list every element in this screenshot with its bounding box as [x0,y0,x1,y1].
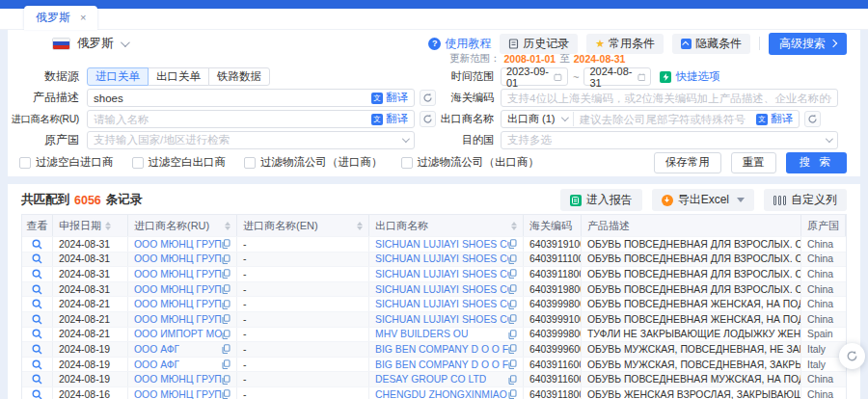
tutorial-link[interactable]: ? 使用教程 [428,36,491,52]
tab-import-declarations[interactable]: 进口关单 [87,67,149,86]
copy-icon[interactable] [222,269,231,279]
importer-ru-link[interactable]: ООО МЮНЦ ГРУПП [134,269,222,279]
favorites-button[interactable]: ★ 常用条件 [586,34,664,54]
tab-russia[interactable]: 俄罗斯 × [24,6,97,30]
copy-icon[interactable] [222,375,231,385]
magnifier-icon[interactable] [32,253,42,264]
filter-blank-importer[interactable]: 过滤空白进口商 [19,155,114,170]
destination-select[interactable]: 支持多选 [501,131,838,149]
magnifier-icon[interactable] [32,314,42,325]
importer-ru-link[interactable]: ООО МЮНЦ ГРУПП [134,299,222,309]
filter-logistics-importer[interactable]: 过滤物流公司（进口商） [244,155,383,170]
copy-icon[interactable] [508,284,517,294]
copy-icon[interactable] [222,314,231,324]
tab-export-declarations[interactable]: 出口关单 [148,67,209,86]
importer-ru-link[interactable]: ООО АФГ [134,359,179,370]
exporter-link[interactable]: CHENGDU ZHONGXINMIAO TRADING C [375,389,508,399]
view-cell[interactable] [22,342,53,357]
clear-history-button[interactable] [420,111,436,127]
exporter-type-select[interactable]: 出口商 (1) [507,112,574,126]
translate-button[interactable]: 文 翻译 [371,91,408,105]
copy-icon[interactable] [222,300,231,309]
copy-icon[interactable] [222,330,231,339]
importer-ru-link[interactable]: ООО АФГ [134,344,179,355]
start-date-input[interactable]: 2023-09-01 [501,67,568,86]
export-excel-button[interactable]: 导出Excel [652,189,754,211]
view-cell[interactable] [22,358,53,372]
filter-logistics-exporter[interactable]: 过滤物流公司（出口商） [401,155,540,170]
magnifier-icon[interactable] [32,344,42,355]
copy-icon[interactable] [508,269,517,279]
copy-icon[interactable] [222,284,231,294]
origin-select[interactable]: 支持输入国家/地区进行检索 [87,131,415,149]
view-cell[interactable] [22,237,53,252]
view-cell[interactable] [22,267,53,281]
magnifier-icon[interactable] [32,239,42,250]
country-selector[interactable]: 俄罗斯 [52,36,127,52]
exporter-link[interactable]: SICHUAN LUJIAYI SHOES CO LTD [375,314,508,325]
magnifier-icon[interactable] [32,389,42,399]
importer-ru-link[interactable]: ООО МЮНЦ ГРУПП [134,239,222,250]
view-cell[interactable] [22,328,53,342]
sort-icon[interactable] [105,222,111,230]
exporter-link[interactable]: BIG BEN COMPANY D O O FROM BEST T [375,359,508,370]
filter-blank-exporter[interactable]: 过滤空白出口商 [132,155,227,170]
copy-icon[interactable] [508,300,517,309]
view-cell[interactable] [22,253,53,267]
copy-icon[interactable] [222,254,231,264]
copy-icon[interactable] [222,239,231,249]
history-button[interactable]: 历史记录 [500,34,578,54]
copy-icon[interactable] [508,330,517,339]
tab-rail-data[interactable]: 铁路数据 [208,67,270,86]
copy-icon[interactable] [222,389,231,399]
save-favorite-button[interactable]: 保存常用 [654,152,721,173]
translate-button[interactable]: 文 翻译 [371,112,408,126]
copy-icon[interactable] [508,314,517,324]
view-cell[interactable] [22,297,53,311]
importer-ru-link[interactable]: ООО ИМПОРТ МОДА [134,329,222,339]
sort-icon[interactable] [225,222,231,230]
importer-ru-link[interactable]: ООО МЮНЦ ГРУПП [134,284,222,295]
importer-ru-link[interactable]: ООО МЮНЦ ГРУПП [134,253,222,264]
importer-ru-link[interactable]: ООО МЮНЦ ГРУПП [134,389,222,399]
view-cell[interactable] [22,282,53,297]
magnifier-icon[interactable] [32,329,42,339]
view-cell[interactable] [22,372,53,386]
magnifier-icon[interactable] [32,299,42,309]
col-date[interactable]: 申报日期 [53,215,128,236]
chevron-down-icon[interactable] [737,198,745,202]
importer-ru-link[interactable]: ООО МЮНЦ ГРУПП [134,374,222,385]
close-icon[interactable]: × [80,13,86,23]
copy-icon[interactable] [508,239,517,249]
search-button[interactable]: 搜 索 [786,152,847,173]
view-cell[interactable] [22,387,53,399]
copy-icon[interactable] [508,389,517,399]
exporter-link[interactable]: DESAY GROUP CO LTD [375,374,486,385]
copy-icon[interactable] [222,359,231,369]
sort-icon[interactable] [357,222,363,230]
col-importer-en[interactable]: 进口商名称(EN) [237,215,369,236]
enter-report-button[interactable]: 进入报告 [560,189,642,211]
customize-columns-button[interactable]: 自定义列 [764,189,847,211]
sort-icon[interactable] [511,222,517,230]
view-cell[interactable] [22,312,53,327]
copy-icon[interactable] [508,375,517,385]
hs-code-input[interactable] [507,93,831,104]
copy-icon[interactable] [508,359,517,369]
product-desc-input[interactable] [94,93,371,104]
exporter-link[interactable]: BIG BEN COMPANY D O O FROM BEST T [375,344,508,355]
copy-icon[interactable] [508,344,517,354]
reset-button[interactable]: 重置 [731,152,776,173]
col-importer-ru[interactable]: 进口商名称(RU) [128,215,237,236]
col-exporter[interactable]: 出口商名称 [369,215,524,236]
magnifier-icon[interactable] [32,269,42,279]
copy-icon[interactable] [222,344,231,354]
exporter-link[interactable]: SICHUAN LUJIAYI SHOES CO LTD [375,269,508,279]
importer-ru-input[interactable] [94,114,371,125]
magnifier-icon[interactable] [32,284,42,295]
exporter-link[interactable]: SICHUAN LUJIAYI SHOES CO LTD [375,253,508,264]
magnifier-icon[interactable] [32,359,42,370]
exporter-link[interactable]: SICHUAN LUJIAYI SHOES CO LTD [375,299,508,309]
clear-history-button[interactable] [804,111,821,127]
end-date-input[interactable]: 2024-08-31 [583,67,651,86]
